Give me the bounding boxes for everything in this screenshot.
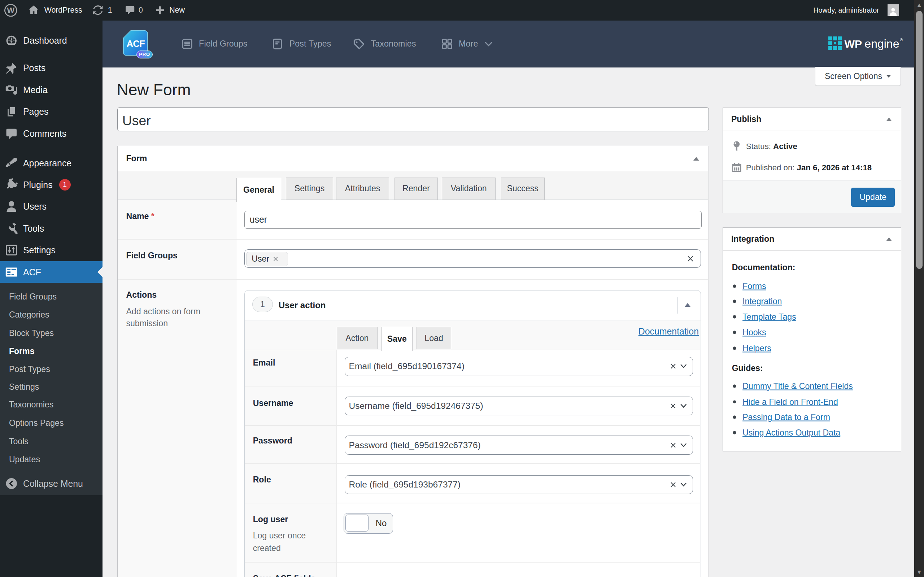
svg-text:ACF: ACF: [127, 39, 145, 49]
svg-text:W: W: [7, 6, 15, 15]
